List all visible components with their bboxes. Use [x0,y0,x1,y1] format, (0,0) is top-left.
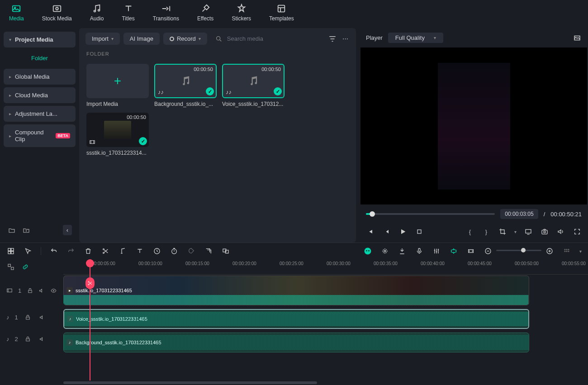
folder-section-label: FOLDER [79,49,356,58]
sidebar-global-media[interactable]: ▸Global Media [4,69,76,85]
speed-icon[interactable] [152,247,161,256]
marker-icon[interactable] [398,247,407,256]
audio-clip[interactable]: ♪Voice_ssstik.io_1703122331465 [63,309,529,329]
ai-icon[interactable] [363,247,372,256]
svg-point-46 [88,284,89,285]
clip-video-icon: ▸ [66,287,73,294]
cut-marker[interactable] [85,277,95,289]
timer-icon[interactable] [170,247,179,256]
more-icon[interactable]: ⋯ [341,34,350,43]
playback-slider[interactable] [366,213,495,215]
audio-clip[interactable]: ♪Background_ssstik.io_1703122331465 [63,333,529,352]
layout-icon[interactable] [6,247,15,256]
crop-tl-icon[interactable] [204,247,213,256]
tab-stickers[interactable]: Stickers [232,4,251,22]
video-track-header[interactable]: 1 [0,275,63,306]
scope-icon[interactable] [573,33,582,43]
zoom-in-icon[interactable] [545,247,554,256]
import-button[interactable]: Import▾ [85,33,120,45]
zoom-out-icon[interactable] [484,247,493,256]
filter-icon[interactable] [328,34,337,43]
new-folder-icon[interactable] [7,226,16,235]
color-icon[interactable] [187,247,196,256]
audio-type-icon: ♪♪ [158,89,164,95]
volume-icon[interactable] [556,227,565,236]
lock-icon[interactable] [24,334,33,343]
tab-media[interactable]: Media [9,4,24,22]
stop-icon[interactable] [415,227,424,236]
sidebar-compound[interactable]: ▸Compound ClipBETA [4,124,76,147]
redo-icon[interactable] [66,247,76,256]
step-back-icon[interactable] [382,227,391,236]
fullscreen-icon[interactable] [573,227,582,236]
tab-audio[interactable]: Audio [90,4,104,22]
undo-icon[interactable] [49,247,58,256]
split-icon[interactable] [101,247,110,256]
media-item[interactable]: 00:00:50♪♪✓ Voice_ssstik.io_170312... [222,64,285,107]
audio-track-header[interactable]: ♪1 [0,306,63,328]
timeline-ruler[interactable]: 00:00:05:00 00:00:10:00 00:00:15:00 00:0… [63,259,588,275]
svg-rect-15 [11,248,14,251]
tab-stock-media[interactable]: Stock Media [42,4,72,22]
mute-icon[interactable] [38,286,45,295]
new-bin-icon[interactable] [22,226,31,235]
text-icon[interactable] [135,247,144,256]
chevron-down-icon[interactable]: ▾ [579,249,582,254]
sidebar-adjustment[interactable]: ▸Adjustment La... [4,106,76,122]
pointer-icon[interactable] [24,247,33,256]
fit-icon[interactable] [466,247,475,256]
play-icon[interactable] [398,227,408,236]
quality-dropdown[interactable]: Full Quality▾ [388,33,443,43]
mic-icon[interactable] [415,247,424,256]
mixer-icon[interactable] [432,247,441,256]
mute-icon[interactable] [38,334,47,343]
effects-icon [200,4,210,14]
snapshot-icon[interactable] [540,227,549,236]
sidebar-project-media[interactable]: ▾Project Media [4,32,76,48]
translate-icon[interactable] [221,247,230,256]
sidebar-cloud-media[interactable]: ▸Cloud Media [4,87,76,103]
sidebar-folder[interactable]: Folder [4,50,76,66]
crop-icon[interactable] [498,227,507,236]
enhance-icon[interactable] [380,247,389,256]
tab-transitions[interactable]: Transitions [153,4,179,22]
display-icon[interactable] [524,227,533,236]
svg-rect-8 [90,141,95,144]
lock-icon[interactable] [27,286,33,295]
templates-icon [276,4,286,14]
video-clip[interactable]: ▸ssstik.io_1703122331465 [63,276,529,305]
search-input[interactable] [226,35,324,43]
chevron-down-icon[interactable]: ▾ [514,229,517,234]
ai-image-button[interactable]: AI Image [123,33,160,45]
media-item[interactable]: 00:00:50✓ ssstik.io_17031223314... [86,113,149,156]
collapse-sidebar-button[interactable]: ‹ [63,225,72,235]
record-button[interactable]: Record▾ [163,33,207,45]
tab-titles[interactable]: Titles [122,4,134,22]
media-item[interactable]: 00:00:50♪♪✓ Background_ssstik.io_... [154,64,217,107]
mark-in-icon[interactable]: { [465,227,474,236]
view-mode-icon[interactable] [562,247,571,256]
check-icon: ✓ [206,87,214,95]
svg-rect-16 [8,252,10,254]
link-icon[interactable] [21,262,30,271]
tab-templates[interactable]: Templates [269,4,294,22]
preview-viewport[interactable] [360,48,587,204]
eye-icon[interactable] [51,286,57,295]
mute-icon[interactable] [38,313,47,322]
render-icon[interactable] [449,247,458,256]
timeline-scrollbar[interactable] [63,380,525,385]
zoom-slider[interactable] [496,250,541,251]
delete-icon[interactable] [84,247,93,256]
import-media-card[interactable]: + Import Media [86,64,149,107]
lock-icon[interactable] [24,313,33,322]
svg-rect-43 [26,317,30,319]
tab-effects[interactable]: Effects [197,4,213,22]
sidebar-item-label: Adjustment La... [15,110,57,117]
audio-detach-icon[interactable] [118,247,127,256]
chevron-down-icon: ▾ [434,35,436,40]
svg-rect-38 [8,264,10,266]
prev-frame-icon[interactable] [366,227,375,236]
mark-out-icon[interactable]: } [482,227,491,236]
audio-track-header[interactable]: ♪2 [0,328,63,350]
track-add-icon[interactable] [6,262,15,271]
